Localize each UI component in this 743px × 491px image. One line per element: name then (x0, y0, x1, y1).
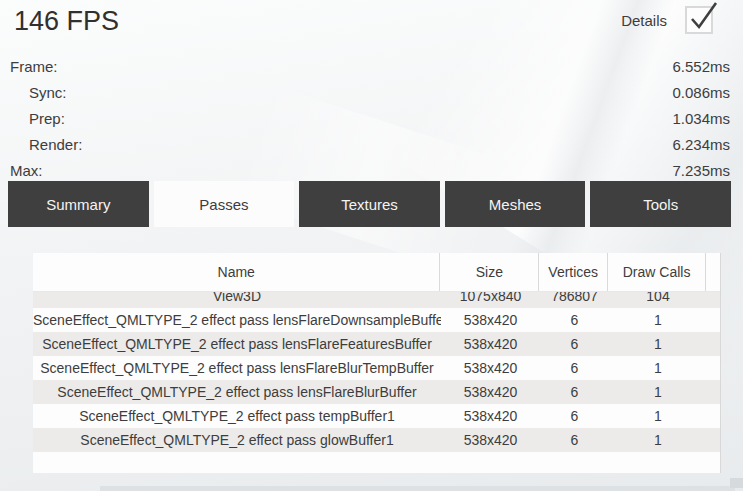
cell-size: 538x420 (441, 332, 540, 356)
cell-vertices: 6 (540, 308, 609, 332)
tab-textures[interactable]: Textures (299, 181, 440, 227)
checkmark-icon (686, 0, 720, 36)
stat-label: Frame: (10, 54, 58, 80)
tab-bar: SummaryPassesTexturesMeshesTools (0, 181, 743, 227)
cell-draw-calls: 1 (609, 404, 707, 428)
cell-size: 538x420 (441, 308, 540, 332)
tab-summary[interactable]: Summary (8, 181, 149, 227)
table-row: SceneEffect_QMLTYPE_2 effect pass lensFl… (33, 332, 720, 356)
cell-vertices: 6 (540, 332, 609, 356)
tab-meshes[interactable]: Meshes (445, 181, 586, 227)
table-row: SceneEffect_QMLTYPE_2 effect pass lensFl… (33, 380, 720, 404)
cell-name: View3D (33, 292, 441, 308)
stat-value: 1.034ms (672, 106, 730, 132)
passes-table: NameSizeVerticesDraw Calls View3D1075x84… (33, 253, 721, 473)
cell-name: SceneEffect_QMLTYPE_2 effect pass lensFl… (33, 332, 441, 356)
stat-label: Render: (10, 132, 82, 158)
cell-size: 538x420 (441, 356, 540, 380)
column-header-size: Size (440, 253, 539, 291)
cell-vertices: 786807 (540, 292, 609, 308)
table-row: SceneEffect_QMLTYPE_2 effect pass lensFl… (33, 308, 720, 332)
table-body: View3D1075x840786807104SceneEffect_QMLTY… (33, 292, 720, 452)
frame-stats: Frame: 6.552ms Sync: 0.086ms Prep: 1.034… (0, 54, 743, 184)
details-toggle: Details (621, 6, 713, 34)
cell-size: 538x420 (441, 380, 540, 404)
table-header: NameSizeVerticesDraw Calls (33, 253, 720, 292)
cell-draw-calls: 1 (609, 356, 707, 380)
cell-name: SceneEffect_QMLTYPE_2 effect pass lensFl… (33, 308, 441, 332)
column-header-draw-calls: Draw Calls (608, 253, 706, 291)
cell-draw-calls: 104 (609, 292, 707, 308)
cell-vertices: 6 (540, 356, 609, 380)
details-label: Details (621, 12, 667, 29)
cell-name: SceneEffect_QMLTYPE_2 effect pass lensFl… (33, 380, 441, 404)
stat-row-sync: Sync: 0.086ms (0, 80, 743, 106)
column-header-vertices: Vertices (539, 253, 608, 291)
stat-value: 6.234ms (672, 132, 730, 158)
cell-size: 538x420 (441, 428, 540, 452)
stat-row-render: Render: 6.234ms (0, 132, 743, 158)
cell-name: SceneEffect_QMLTYPE_2 effect pass tempBu… (33, 404, 441, 428)
header-gutter (706, 253, 720, 291)
stat-label: Sync: (10, 80, 67, 106)
cell-vertices: 6 (540, 380, 609, 404)
scrollbar-corner (730, 478, 743, 488)
tab-tools[interactable]: Tools (590, 181, 731, 227)
cell-draw-calls: 1 (609, 308, 707, 332)
stat-value: 0.086ms (672, 80, 730, 106)
cell-size: 538x420 (441, 404, 540, 428)
cell-draw-calls: 1 (609, 428, 707, 452)
table-row: SceneEffect_QMLTYPE_2 effect pass glowBu… (33, 428, 720, 452)
cell-draw-calls: 1 (609, 380, 707, 404)
stat-row-prep: Prep: 1.034ms (0, 106, 743, 132)
cell-draw-calls: 1 (609, 332, 707, 356)
horizontal-scrollbar[interactable] (100, 486, 735, 491)
cell-vertices: 6 (540, 428, 609, 452)
cell-size: 1075x840 (441, 292, 540, 308)
cell-name: SceneEffect_QMLTYPE_2 effect pass lensFl… (33, 356, 441, 380)
stat-row-frame: Frame: 6.552ms (0, 54, 743, 80)
table-row: View3D1075x840786807104 (33, 292, 720, 308)
fps-counter: 146 FPS (14, 6, 119, 37)
table-row: SceneEffect_QMLTYPE_2 effect pass tempBu… (33, 404, 720, 428)
column-header-name: Name (33, 253, 440, 291)
details-checkbox[interactable] (685, 6, 713, 34)
tab-passes[interactable]: Passes (154, 181, 295, 227)
stat-value: 6.552ms (672, 54, 730, 80)
cell-vertices: 6 (540, 404, 609, 428)
stat-label: Prep: (10, 106, 65, 132)
table-row: SceneEffect_QMLTYPE_2 effect pass lensFl… (33, 356, 720, 380)
cell-name: SceneEffect_QMLTYPE_2 effect pass glowBu… (33, 428, 441, 452)
